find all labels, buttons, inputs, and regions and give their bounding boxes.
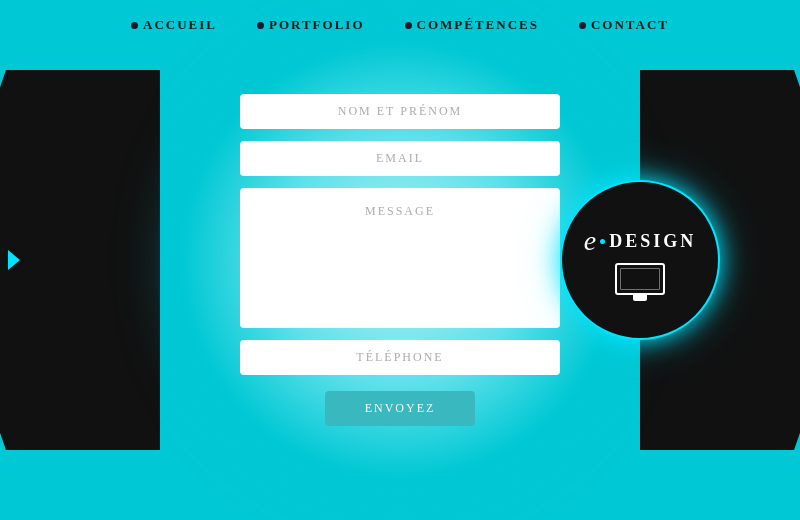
name-input[interactable] — [240, 94, 560, 129]
main-circle: Envoyez — [180, 40, 620, 480]
logo-text-container: e Design — [584, 225, 696, 257]
logo-dot-icon — [600, 239, 605, 244]
left-arrow-icon — [8, 250, 20, 270]
nav-item-accueil[interactable]: Accueil — [131, 17, 217, 33]
nav-dot — [579, 22, 586, 29]
email-input[interactable] — [240, 141, 560, 176]
logo-design: Design — [609, 231, 696, 252]
nav-label-contact: Contact — [591, 17, 669, 33]
main-nav: Accueil Portfolio Compétences Contact — [0, 0, 800, 50]
nav-label-portfolio: Portfolio — [269, 17, 365, 33]
logo-circle: e Design — [560, 180, 720, 340]
nav-item-contact[interactable]: Contact — [579, 17, 669, 33]
message-textarea[interactable] — [240, 188, 560, 328]
monitor-screen — [620, 268, 660, 290]
nav-dot — [405, 22, 412, 29]
telephone-input[interactable] — [240, 340, 560, 375]
nav-dot — [131, 22, 138, 29]
nav-item-portfolio[interactable]: Portfolio — [257, 17, 365, 33]
nav-label-accueil: Accueil — [143, 17, 217, 33]
bg-shape-left — [0, 70, 160, 450]
contact-form: Envoyez — [240, 94, 560, 426]
logo-e: e — [584, 225, 596, 257]
nav-label-competences: Compétences — [417, 17, 539, 33]
nav-item-competences[interactable]: Compétences — [405, 17, 539, 33]
nav-dot — [257, 22, 264, 29]
submit-button[interactable]: Envoyez — [325, 391, 476, 426]
logo-inner: e Design — [584, 225, 696, 295]
monitor-icon — [615, 263, 665, 295]
